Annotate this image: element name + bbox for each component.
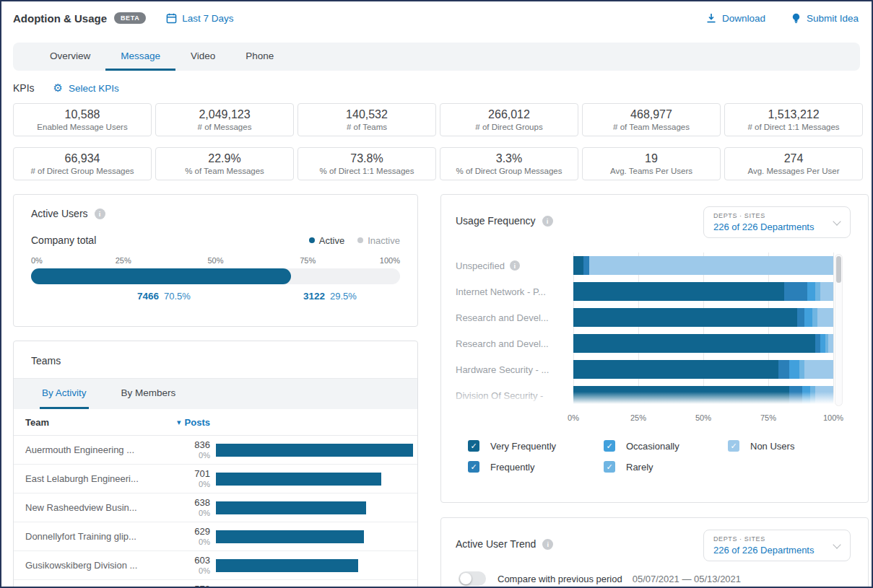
company-total-label: Company total — [31, 234, 96, 246]
tab-phone[interactable]: Phone — [230, 43, 289, 71]
kpi-value: 1,513,212 — [768, 108, 819, 121]
info-icon[interactable]: i — [542, 539, 553, 550]
app-window: Adoption & Usage BETA Last 7 Days Downlo… — [0, 0, 873, 588]
legend-active[interactable]: Active — [309, 235, 344, 246]
download-button[interactable]: Download — [706, 13, 765, 24]
kpi-card: 22.9%% of Team Messages — [155, 147, 294, 180]
scale-tick: 75% — [300, 256, 316, 265]
chart-row: Internet Network - P... — [456, 278, 842, 304]
posts-bar — [216, 530, 364, 543]
compare-row: Compare with previous period 05/07/2021 … — [459, 571, 741, 586]
kpi-card: 66,934# of Direct Group Messages — [13, 147, 152, 180]
select-kpis-button[interactable]: Select KPIs — [69, 83, 119, 94]
team-name: Donnellyfort Training glip... — [25, 531, 167, 542]
kpi-card: 2,049,123# of Messages — [155, 103, 294, 136]
compare-toggle[interactable] — [459, 571, 486, 586]
main-tab-strip: Overview Message Video Phone — [13, 43, 860, 71]
gear-icon[interactable]: ⚙ — [53, 82, 63, 95]
stacked-bar — [573, 334, 833, 353]
posts-pct: 0% — [167, 566, 210, 576]
bar-segment — [573, 282, 784, 301]
submit-idea-label: Submit Idea — [807, 13, 859, 24]
tab-overview[interactable]: Overview — [35, 43, 105, 71]
depts-sites-filter-dropdown[interactable]: DEPTS · SITES 226 of 226 Departments — [703, 206, 851, 238]
posts-value: 701 — [167, 469, 210, 480]
axis-tick: 100% — [823, 413, 843, 422]
bar-segment — [807, 282, 815, 301]
checkbox-checked-icon: ✓ — [728, 440, 739, 452]
chart-scrollbar[interactable] — [835, 254, 843, 406]
stacked-bar — [573, 282, 833, 301]
kpi-label: # of Direct 1:1 Messages — [747, 123, 839, 131]
kpi-label: # of Teams — [347, 123, 387, 131]
kpi-label: % of Direct 1:1 Messages — [319, 167, 414, 175]
kpi-value: 2,049,123 — [199, 108, 250, 121]
bar-segment — [573, 360, 778, 379]
checkbox-non-users[interactable]: ✓Non Users — [728, 440, 794, 452]
active-users-panel: Active Users i Company total Active Inac… — [13, 194, 418, 327]
posts-pct: 0% — [167, 480, 210, 489]
kpi-section-header: KPIs ⚙ Select KPIs — [13, 82, 119, 95]
teams-tab-strip: By Activity By Members — [14, 379, 417, 409]
team-row: Donnellyfort Training glip... 6290% — [14, 522, 417, 551]
posts-value: 629 — [167, 527, 210, 537]
scrollbar-thumb[interactable] — [836, 256, 841, 283]
kpi-label: Enabled Message Users — [37, 123, 127, 131]
bar-segment — [804, 308, 812, 327]
tab-by-activity[interactable]: By Activity — [40, 379, 89, 409]
kpi-card: 10,588Enabled Message Users — [13, 103, 152, 136]
chart-fade-overlay — [456, 392, 842, 406]
sort-desc-icon: ▾ — [177, 418, 181, 427]
team-row: New Rasheedview Busin... 6380% — [14, 493, 417, 522]
bar-segment — [817, 308, 833, 327]
checkbox-checked-icon: ✓ — [604, 461, 615, 473]
bar-segment — [573, 308, 797, 327]
stacked-bar — [573, 308, 833, 327]
depts-sites-filter-dropdown[interactable]: DEPTS · SITES 226 of 226 Departments — [703, 530, 851, 561]
active-count: 7466 — [137, 291, 159, 302]
kpi-value: 140,532 — [346, 108, 388, 121]
kpi-card: 73.8%% of Direct 1:1 Messages — [297, 147, 436, 180]
active-users-counts: 7466 70.5% 3122 29.5% — [31, 291, 400, 304]
header-actions: Download Submit Idea — [706, 13, 859, 24]
kpi-value: 22.9% — [208, 152, 240, 165]
checkbox-checked-icon: ✓ — [604, 440, 615, 452]
posts-value: 836 — [167, 440, 210, 451]
filter-label: DEPTS · SITES — [713, 212, 828, 219]
tab-by-members[interactable]: By Members — [119, 379, 178, 409]
active-users-legend: Active Inactive — [309, 235, 400, 246]
kpi-card: 1,513,212# of Direct 1:1 Messages — [724, 103, 863, 136]
bar-segment — [784, 282, 807, 301]
axis-tick: 75% — [760, 413, 776, 422]
info-icon[interactable]: i — [510, 260, 520, 271]
header-left: Adoption & Usage BETA Last 7 Days — [13, 12, 234, 25]
tab-video[interactable]: Video — [175, 43, 230, 71]
usage-frequency-panel: Usage Frequency i DEPTS · SITES 226 of 2… — [440, 194, 869, 503]
bar-segment — [820, 334, 825, 353]
info-icon[interactable]: i — [95, 209, 105, 219]
legend-inactive[interactable]: Inactive — [357, 235, 400, 246]
axis-tick: 50% — [695, 413, 711, 422]
submit-idea-button[interactable]: Submit Idea — [791, 13, 859, 24]
download-label: Download — [722, 13, 765, 24]
bar-segment — [778, 360, 789, 379]
checkbox-very-frequently[interactable]: ✓Very Frequently — [468, 440, 604, 452]
kpi-value: 274 — [784, 152, 804, 165]
kpi-card: 468,977# of Team Messages — [582, 103, 721, 136]
posts-column-header[interactable]: ▾ Posts — [167, 417, 210, 428]
checkbox-frequently[interactable]: ✓Frequently — [468, 461, 604, 473]
lightbulb-icon — [791, 13, 801, 24]
date-range-button[interactable]: Last 7 Days — [166, 13, 233, 24]
compare-label: Compare with previous period — [498, 574, 622, 584]
checkbox-occasionally[interactable]: ✓Occasionally — [604, 440, 728, 452]
active-dot-icon — [309, 237, 315, 243]
checkbox-rarely[interactable]: ✓Rarely — [604, 461, 728, 473]
category-label: Research and Devel... — [456, 338, 564, 349]
kpi-grid: 10,588Enabled Message Users 2,049,123# o… — [13, 103, 863, 180]
team-row: West Loraine Portable N... 5780% — [14, 580, 417, 588]
info-icon[interactable]: i — [542, 216, 553, 227]
bar-segment — [573, 256, 583, 275]
bar-segment — [589, 256, 833, 275]
tab-message[interactable]: Message — [105, 43, 175, 71]
usage-frequency-chart: Unspecifiedi Internet Network - P... Res… — [456, 253, 842, 406]
